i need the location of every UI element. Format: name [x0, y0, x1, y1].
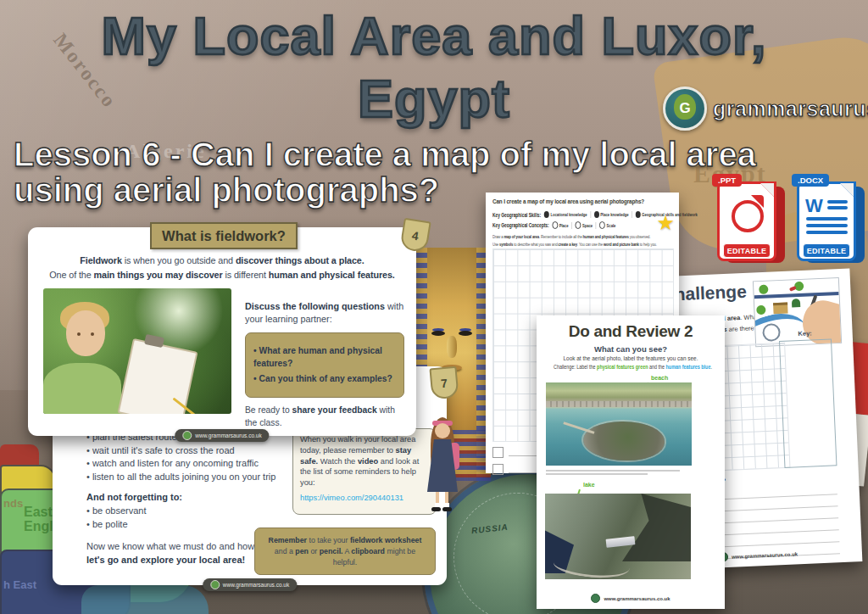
car-icon	[789, 286, 797, 292]
dome-icon	[792, 299, 800, 307]
checkbox	[492, 447, 504, 458]
do-and-review-title: Do and Review 2	[537, 322, 725, 341]
editable-badge: EDITABLE	[803, 243, 850, 258]
stay-safe-note: When you walk in your local area today, …	[292, 428, 437, 515]
uk-label-south-east: h East	[3, 578, 36, 591]
aerial-photo-mountain	[545, 494, 691, 579]
boy-with-clipboard-photo	[43, 288, 231, 414]
worksheet-footer: www.grammarsaurus.co.uk	[537, 594, 725, 603]
schoolgirl-illustration	[417, 417, 470, 526]
grammarsaurus-logo-icon: G	[663, 87, 707, 131]
question-box: What are human and physical features? Ca…	[245, 332, 404, 398]
skill-badge: Locational knowledge	[544, 211, 587, 218]
fieldwork-skills-icon	[636, 211, 641, 218]
uk-label-midlands: nds	[3, 497, 23, 510]
concept-badge: Scale	[599, 221, 615, 229]
brand-row: G grammarsaurus.co.uk	[663, 87, 868, 131]
writing-lines	[705, 483, 840, 560]
mountain-path-icon	[552, 548, 631, 579]
ppt-file-icon: .PPT EDITABLE	[717, 176, 787, 265]
word-w-icon: W	[805, 195, 823, 217]
worksheet-title: Can I create a map of my local area usin…	[492, 198, 644, 205]
skill-badge: Place knowledge	[594, 211, 629, 218]
tree-icon	[759, 285, 768, 294]
photo-attribution-line	[546, 473, 648, 475]
beach-label: beach	[651, 375, 668, 381]
star-icon: ★	[656, 211, 675, 235]
fieldwork-intro: Fieldwork is when you go outside and dis…	[35, 254, 409, 282]
discussion-panel: Discuss the following questions with you…	[245, 300, 404, 429]
remember-box: Remember to take your fieldwork workshee…	[254, 527, 436, 575]
fieldwork-slide-preview: 4 What is fieldwork? Fieldwork is when y…	[28, 227, 416, 436]
slide-footer: www.grammarsaurus.co.uk	[175, 429, 269, 442]
grammarsaurus-logo-icon	[182, 431, 192, 440]
ppt-tag: .PPT	[712, 174, 742, 187]
scale-concept-icon	[599, 221, 605, 229]
worksheet-instructions: Draw a map of your local area. Remember …	[492, 233, 657, 248]
docx-file-icon: W .DOCX EDITABLE	[797, 176, 866, 265]
key-box	[779, 338, 837, 468]
mountain-ridge-icon	[615, 494, 691, 561]
locational-knowledge-icon	[544, 211, 549, 218]
summit-building-icon	[606, 536, 636, 547]
island-icon	[583, 421, 665, 460]
brand-url: grammarsaurus.co.uk	[713, 97, 868, 121]
slide-title: What is fieldwork?	[150, 222, 298, 249]
checkbox	[492, 464, 504, 475]
concept-badge: Space	[576, 221, 593, 229]
space-concept-icon	[576, 221, 581, 229]
building-icon	[773, 303, 788, 315]
do-and-review-worksheet-preview: Do and Review 2 What can you see? Look a…	[537, 315, 725, 609]
file-format-icons: .PPT EDITABLE W .DOCX EDITABLE	[717, 176, 866, 265]
key-concepts-row: Key Geographical Concepts: Place Space S…	[492, 221, 615, 229]
causeway-icon	[564, 421, 595, 433]
pie-chart-icon	[732, 200, 764, 232]
editable-badge: EDITABLE	[723, 243, 771, 258]
docx-tag: .DOCX	[792, 174, 829, 187]
page-title-line1: My Local Area and Luxor,	[0, 5, 868, 66]
aerial-photo-coast	[546, 382, 692, 466]
uk-map-region-coast	[81, 585, 209, 614]
photo-attribution-line	[546, 470, 680, 472]
grammarsaurus-logo-icon	[591, 594, 600, 603]
concept-badge: Place	[552, 221, 568, 229]
place-concept-icon	[552, 221, 558, 229]
do-and-review-subtitle: What can you see?	[537, 344, 725, 354]
grammarsaurus-logo-icon	[210, 580, 220, 589]
place-knowledge-icon	[594, 211, 599, 218]
promo-canvas: Morocco Algerie Egypt nds East of Englan…	[0, 0, 868, 614]
clipboard-icon	[117, 338, 198, 414]
tree-icon	[756, 305, 765, 315]
lake-label: lake	[583, 482, 595, 488]
slide-footer: www.grammarsaurus.co.uk	[203, 578, 297, 591]
vimeo-link[interactable]: https://vimeo.com/290440131	[300, 493, 429, 504]
